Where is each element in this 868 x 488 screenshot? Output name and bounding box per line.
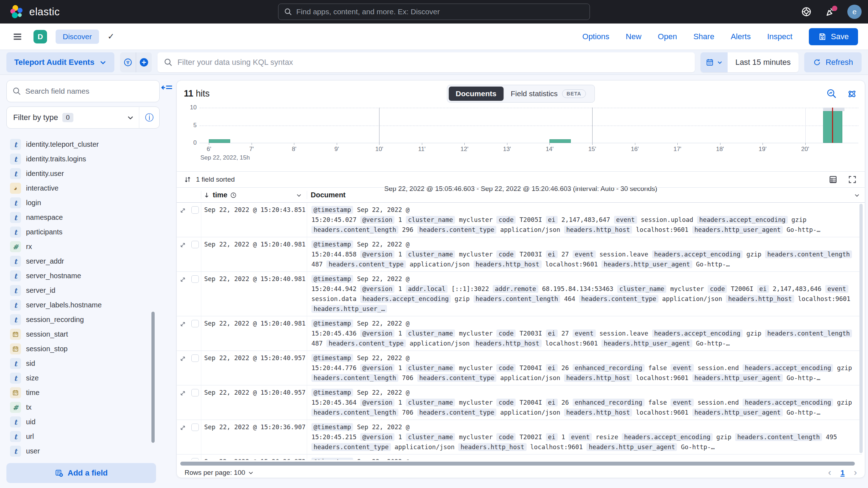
menu-icon[interactable] [10,29,25,44]
field-item-user[interactable]: tuser [6,444,160,458]
field-item-server_hostname[interactable]: tserver_hostname [6,269,160,283]
histogram-plot-area[interactable]: 05106'7'8'9'10'11'12'13'14'15'16'17'18'1… [200,108,858,143]
page-number[interactable]: 1 [841,468,845,477]
checkbox-icon [191,241,199,248]
field-item-server_id[interactable]: tserver_id [6,283,160,298]
field-search-input[interactable] [25,87,154,95]
save-button[interactable]: Save [809,28,858,45]
gear-icon[interactable] [846,88,858,100]
kql-input[interactable] [177,58,688,67]
top-menu-link-share[interactable]: Share [693,32,714,41]
keyword-field-icon: t [10,168,21,179]
doc-field-name: headers.http_user_agent [601,339,692,347]
sort-fields-icon[interactable] [184,176,192,183]
doc-field-value: T2005I [520,216,542,223]
info-icon[interactable]: ⓘ [139,112,159,123]
add-filter-icon[interactable] [136,52,152,72]
field-item-namespace[interactable]: tnamespace [6,210,160,225]
top-menu-link-inspect[interactable]: Inspect [767,32,792,41]
avatar[interactable]: e [847,5,862,19]
row-checkbox[interactable] [189,420,201,454]
field-item-rx[interactable]: #rx [6,239,160,254]
time-column-header[interactable]: time [201,191,307,199]
fullscreen-icon[interactable] [847,174,858,185]
kql-search-bar[interactable] [157,52,695,72]
filter-by-type[interactable]: Filter by type 0 ⓘ [6,107,160,129]
elastic-logo[interactable]: elastic [9,4,60,19]
document-column-header[interactable]: Document [307,191,865,199]
field-item-identity.teleport_cluster[interactable]: tidentity.teleport_cluster [6,137,160,152]
field-item-server_addr[interactable]: tserver_addr [6,254,160,269]
field-item-session_start[interactable]: session_start [6,327,160,342]
field-item-sid[interactable]: tsid [6,356,160,371]
expand-row-button[interactable] [177,455,189,460]
display-options-icon[interactable] [828,174,838,185]
expand-row-button[interactable] [177,385,189,420]
refresh-button[interactable]: Refresh [804,52,862,72]
data-view-label: Teleport Audit Events [14,58,94,67]
row-checkbox[interactable] [189,316,201,351]
row-checkbox[interactable] [189,237,201,271]
expand-row-button[interactable] [177,351,189,385]
chevron-down-icon[interactable] [296,192,302,198]
saved-query-menu-icon[interactable] [120,52,136,72]
expand-row-button[interactable] [177,420,189,454]
row-checkbox[interactable] [189,203,201,237]
row-checkbox[interactable] [189,455,201,460]
previous-page-icon[interactable]: ‹ [828,467,831,478]
breadcrumb-discover[interactable]: Discover [56,30,99,44]
field-item-time[interactable]: time [6,385,160,400]
doc-field-value: mycluster [459,330,493,337]
chevron-down-icon[interactable] [854,192,860,198]
vertical-scrollbar[interactable] [859,204,863,453]
field-item-identity.user[interactable]: tidentity.user [6,166,160,181]
field-item-url[interactable]: turl [6,429,160,444]
field-item-size[interactable]: tsize [6,371,160,385]
field-item-server_labels.hostname[interactable]: tserver_labels.hostname [6,298,160,312]
tab-documents[interactable]: Documents [449,87,503,101]
top-menu-link-open[interactable]: Open [658,32,677,41]
data-view-picker[interactable]: Teleport Audit Events [6,52,114,72]
space-badge[interactable]: D [33,30,47,43]
field-search[interactable] [6,80,160,102]
chart-options-icon[interactable] [826,88,838,100]
global-search-input[interactable] [296,7,584,16]
field-item-tx[interactable]: #tx [6,400,160,415]
field-item-login[interactable]: tlogin [6,196,160,210]
expand-row-button[interactable] [177,272,189,316]
time-range-label[interactable]: Last 15 minutes [728,58,799,67]
row-checkbox[interactable] [189,272,201,316]
expand-row-button[interactable] [177,203,189,237]
add-field-button[interactable]: Add a field [6,463,156,483]
row-checkbox[interactable] [189,351,201,385]
rows-per-page-button[interactable]: Rows per page: 100 [185,469,254,477]
doc-field-value: [::1]:3022 [451,285,489,292]
newsfeed-icon[interactable] [823,4,838,19]
top-menu-link-new[interactable]: New [626,32,641,41]
field-item-session_recording[interactable]: tsession_recording [6,312,160,327]
horizontal-scrollbar[interactable] [180,462,855,466]
histogram-pending-bucket [823,108,844,111]
next-page-icon[interactable]: › [854,467,857,478]
tab-field-statistics[interactable]: Field statisticsBETA [503,87,593,101]
field-item-interactive[interactable]: ◑interactive [6,181,160,196]
field-item-identity.traits.logins[interactable]: tidentity.traits.logins [6,152,160,166]
field-item-uid[interactable]: tuid [6,415,160,429]
top-menu-link-options[interactable]: Options [582,32,609,41]
keyword-field-icon: t [10,314,21,325]
doc-field-value: Go-http-… [787,226,821,233]
date-picker-button[interactable] [701,52,728,72]
x-axis-tick [464,143,465,145]
field-item-participants[interactable]: tparticipants [6,225,160,239]
expand-row-button[interactable] [177,316,189,351]
search-icon [284,8,292,16]
help-icon[interactable] [799,4,814,19]
expand-row-button[interactable] [177,237,189,271]
sidebar-scrollbar[interactable] [151,312,155,443]
field-item-session_stop[interactable]: session_stop [6,342,160,356]
global-search[interactable] [278,4,590,20]
collapse-sidebar-icon[interactable] [161,84,174,95]
top-menu-link-alerts[interactable]: Alerts [731,32,751,41]
row-checkbox[interactable] [189,385,201,420]
fields-sorted-label[interactable]: 1 field sorted [196,176,235,183]
